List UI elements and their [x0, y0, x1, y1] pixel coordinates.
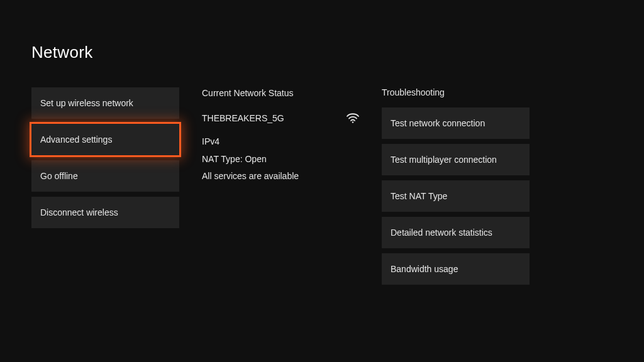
menu-item-label: Test NAT Type — [391, 191, 447, 201]
menu-item-label: Go offline — [40, 171, 78, 181]
menu-item-label: Test multiplayer connection — [391, 155, 497, 165]
menu-advanced-settings[interactable]: Advanced settings — [31, 124, 179, 155]
svg-point-0 — [352, 122, 353, 123]
network-status: Current Network Status THEBREAKERS_5G IP… — [202, 87, 359, 188]
menu-item-label: Disconnect wireless — [40, 207, 118, 217]
troubleshooting-heading: Troubleshooting — [382, 87, 530, 97]
menu-item-label: Test network connection — [391, 118, 485, 128]
menu-item-label: Bandwidth usage — [391, 264, 458, 274]
troubleshooting: Troubleshooting Test network connection … — [382, 87, 530, 290]
menu-disconnect-wireless[interactable]: Disconnect wireless — [31, 197, 179, 228]
detailed-network-statistics[interactable]: Detailed network statistics — [382, 217, 530, 248]
menu-item-label: Advanced settings — [40, 134, 112, 145]
test-multiplayer-connection[interactable]: Test multiplayer connection — [382, 144, 530, 175]
menu-item-label: Detailed network statistics — [391, 228, 492, 238]
test-network-connection[interactable]: Test network connection — [382, 107, 530, 139]
bandwidth-usage[interactable]: Bandwidth usage — [382, 253, 530, 285]
status-line-ipv4: IPv4 — [202, 136, 359, 148]
menu-setup-wireless[interactable]: Set up wireless network — [31, 87, 179, 119]
status-line-nat: NAT Type: Open — [202, 153, 359, 166]
test-nat-type[interactable]: Test NAT Type — [382, 180, 530, 212]
status-line-services: All services are available — [202, 170, 359, 183]
menu-go-offline[interactable]: Go offline — [31, 160, 179, 192]
left-menu: Set up wireless network Advanced setting… — [31, 87, 179, 228]
page-title: Network — [31, 43, 613, 62]
wifi-icon — [347, 113, 359, 123]
menu-item-label: Set up wireless network — [40, 98, 133, 108]
network-name: THEBREAKERS_5G — [202, 112, 284, 125]
status-heading: Current Network Status — [202, 87, 359, 100]
